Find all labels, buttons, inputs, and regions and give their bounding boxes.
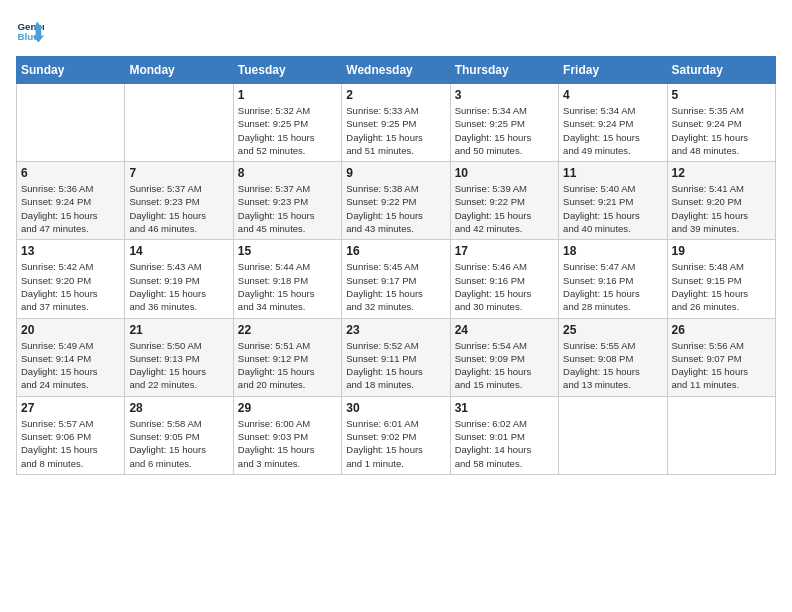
day-number: 3: [455, 88, 554, 102]
day-info: Sunrise: 6:01 AM Sunset: 9:02 PM Dayligh…: [346, 417, 445, 470]
calendar-cell: 6Sunrise: 5:36 AM Sunset: 9:24 PM Daylig…: [17, 162, 125, 240]
calendar-cell: 21Sunrise: 5:50 AM Sunset: 9:13 PM Dayli…: [125, 318, 233, 396]
day-info: Sunrise: 5:56 AM Sunset: 9:07 PM Dayligh…: [672, 339, 771, 392]
calendar-cell: 27Sunrise: 5:57 AM Sunset: 9:06 PM Dayli…: [17, 396, 125, 474]
day-info: Sunrise: 5:47 AM Sunset: 9:16 PM Dayligh…: [563, 260, 662, 313]
day-info: Sunrise: 5:38 AM Sunset: 9:22 PM Dayligh…: [346, 182, 445, 235]
day-number: 27: [21, 401, 120, 415]
calendar-cell: 24Sunrise: 5:54 AM Sunset: 9:09 PM Dayli…: [450, 318, 558, 396]
calendar-cell: 25Sunrise: 5:55 AM Sunset: 9:08 PM Dayli…: [559, 318, 667, 396]
day-info: Sunrise: 5:46 AM Sunset: 9:16 PM Dayligh…: [455, 260, 554, 313]
day-info: Sunrise: 5:42 AM Sunset: 9:20 PM Dayligh…: [21, 260, 120, 313]
calendar-cell: 28Sunrise: 5:58 AM Sunset: 9:05 PM Dayli…: [125, 396, 233, 474]
day-number: 18: [563, 244, 662, 258]
day-number: 4: [563, 88, 662, 102]
calendar-cell: 29Sunrise: 6:00 AM Sunset: 9:03 PM Dayli…: [233, 396, 341, 474]
day-info: Sunrise: 5:41 AM Sunset: 9:20 PM Dayligh…: [672, 182, 771, 235]
day-number: 25: [563, 323, 662, 337]
day-info: Sunrise: 5:43 AM Sunset: 9:19 PM Dayligh…: [129, 260, 228, 313]
day-info: Sunrise: 5:33 AM Sunset: 9:25 PM Dayligh…: [346, 104, 445, 157]
day-info: Sunrise: 5:40 AM Sunset: 9:21 PM Dayligh…: [563, 182, 662, 235]
day-info: Sunrise: 5:55 AM Sunset: 9:08 PM Dayligh…: [563, 339, 662, 392]
weekday-header-sunday: Sunday: [17, 57, 125, 84]
calendar-cell: [17, 84, 125, 162]
day-info: Sunrise: 5:52 AM Sunset: 9:11 PM Dayligh…: [346, 339, 445, 392]
calendar-cell: 18Sunrise: 5:47 AM Sunset: 9:16 PM Dayli…: [559, 240, 667, 318]
day-info: Sunrise: 5:50 AM Sunset: 9:13 PM Dayligh…: [129, 339, 228, 392]
calendar-cell: 2Sunrise: 5:33 AM Sunset: 9:25 PM Daylig…: [342, 84, 450, 162]
calendar-cell: 12Sunrise: 5:41 AM Sunset: 9:20 PM Dayli…: [667, 162, 775, 240]
calendar-cell: 13Sunrise: 5:42 AM Sunset: 9:20 PM Dayli…: [17, 240, 125, 318]
day-number: 5: [672, 88, 771, 102]
calendar-cell: 14Sunrise: 5:43 AM Sunset: 9:19 PM Dayli…: [125, 240, 233, 318]
day-number: 30: [346, 401, 445, 415]
calendar-cell: 22Sunrise: 5:51 AM Sunset: 9:12 PM Dayli…: [233, 318, 341, 396]
day-number: 20: [21, 323, 120, 337]
day-number: 31: [455, 401, 554, 415]
day-number: 2: [346, 88, 445, 102]
day-info: Sunrise: 5:34 AM Sunset: 9:25 PM Dayligh…: [455, 104, 554, 157]
calendar-week-row: 1Sunrise: 5:32 AM Sunset: 9:25 PM Daylig…: [17, 84, 776, 162]
day-number: 16: [346, 244, 445, 258]
weekday-header-thursday: Thursday: [450, 57, 558, 84]
day-number: 24: [455, 323, 554, 337]
day-info: Sunrise: 5:49 AM Sunset: 9:14 PM Dayligh…: [21, 339, 120, 392]
day-number: 9: [346, 166, 445, 180]
day-info: Sunrise: 6:00 AM Sunset: 9:03 PM Dayligh…: [238, 417, 337, 470]
logo-icon: General Blue: [16, 16, 44, 44]
day-info: Sunrise: 5:37 AM Sunset: 9:23 PM Dayligh…: [129, 182, 228, 235]
day-number: 1: [238, 88, 337, 102]
calendar-week-row: 6Sunrise: 5:36 AM Sunset: 9:24 PM Daylig…: [17, 162, 776, 240]
day-info: Sunrise: 5:45 AM Sunset: 9:17 PM Dayligh…: [346, 260, 445, 313]
calendar-cell: 31Sunrise: 6:02 AM Sunset: 9:01 PM Dayli…: [450, 396, 558, 474]
day-info: Sunrise: 5:48 AM Sunset: 9:15 PM Dayligh…: [672, 260, 771, 313]
calendar-cell: 4Sunrise: 5:34 AM Sunset: 9:24 PM Daylig…: [559, 84, 667, 162]
day-info: Sunrise: 6:02 AM Sunset: 9:01 PM Dayligh…: [455, 417, 554, 470]
day-info: Sunrise: 5:34 AM Sunset: 9:24 PM Dayligh…: [563, 104, 662, 157]
day-number: 14: [129, 244, 228, 258]
day-number: 13: [21, 244, 120, 258]
day-info: Sunrise: 5:58 AM Sunset: 9:05 PM Dayligh…: [129, 417, 228, 470]
weekday-header-wednesday: Wednesday: [342, 57, 450, 84]
calendar-cell: 15Sunrise: 5:44 AM Sunset: 9:18 PM Dayli…: [233, 240, 341, 318]
day-number: 21: [129, 323, 228, 337]
calendar-header-row: SundayMondayTuesdayWednesdayThursdayFrid…: [17, 57, 776, 84]
day-info: Sunrise: 5:54 AM Sunset: 9:09 PM Dayligh…: [455, 339, 554, 392]
calendar-cell: 10Sunrise: 5:39 AM Sunset: 9:22 PM Dayli…: [450, 162, 558, 240]
day-info: Sunrise: 5:35 AM Sunset: 9:24 PM Dayligh…: [672, 104, 771, 157]
calendar-cell: 30Sunrise: 6:01 AM Sunset: 9:02 PM Dayli…: [342, 396, 450, 474]
day-number: 17: [455, 244, 554, 258]
calendar-week-row: 20Sunrise: 5:49 AM Sunset: 9:14 PM Dayli…: [17, 318, 776, 396]
page-header: General Blue: [16, 16, 776, 44]
calendar-cell: 5Sunrise: 5:35 AM Sunset: 9:24 PM Daylig…: [667, 84, 775, 162]
day-number: 7: [129, 166, 228, 180]
day-number: 12: [672, 166, 771, 180]
calendar-cell: 8Sunrise: 5:37 AM Sunset: 9:23 PM Daylig…: [233, 162, 341, 240]
weekday-header-friday: Friday: [559, 57, 667, 84]
day-number: 11: [563, 166, 662, 180]
day-number: 6: [21, 166, 120, 180]
calendar-cell: 20Sunrise: 5:49 AM Sunset: 9:14 PM Dayli…: [17, 318, 125, 396]
day-info: Sunrise: 5:37 AM Sunset: 9:23 PM Dayligh…: [238, 182, 337, 235]
weekday-header-tuesday: Tuesday: [233, 57, 341, 84]
calendar-week-row: 27Sunrise: 5:57 AM Sunset: 9:06 PM Dayli…: [17, 396, 776, 474]
calendar-cell: 17Sunrise: 5:46 AM Sunset: 9:16 PM Dayli…: [450, 240, 558, 318]
calendar-cell: 3Sunrise: 5:34 AM Sunset: 9:25 PM Daylig…: [450, 84, 558, 162]
day-info: Sunrise: 5:39 AM Sunset: 9:22 PM Dayligh…: [455, 182, 554, 235]
day-info: Sunrise: 5:57 AM Sunset: 9:06 PM Dayligh…: [21, 417, 120, 470]
calendar-cell: 1Sunrise: 5:32 AM Sunset: 9:25 PM Daylig…: [233, 84, 341, 162]
day-number: 28: [129, 401, 228, 415]
day-number: 19: [672, 244, 771, 258]
weekday-header-monday: Monday: [125, 57, 233, 84]
calendar-cell: 9Sunrise: 5:38 AM Sunset: 9:22 PM Daylig…: [342, 162, 450, 240]
logo: General Blue: [16, 16, 48, 44]
calendar-cell: 7Sunrise: 5:37 AM Sunset: 9:23 PM Daylig…: [125, 162, 233, 240]
day-info: Sunrise: 5:44 AM Sunset: 9:18 PM Dayligh…: [238, 260, 337, 313]
calendar-cell: 19Sunrise: 5:48 AM Sunset: 9:15 PM Dayli…: [667, 240, 775, 318]
calendar-cell: 11Sunrise: 5:40 AM Sunset: 9:21 PM Dayli…: [559, 162, 667, 240]
day-number: 10: [455, 166, 554, 180]
day-number: 26: [672, 323, 771, 337]
calendar-cell: [125, 84, 233, 162]
calendar-table: SundayMondayTuesdayWednesdayThursdayFrid…: [16, 56, 776, 475]
day-info: Sunrise: 5:32 AM Sunset: 9:25 PM Dayligh…: [238, 104, 337, 157]
